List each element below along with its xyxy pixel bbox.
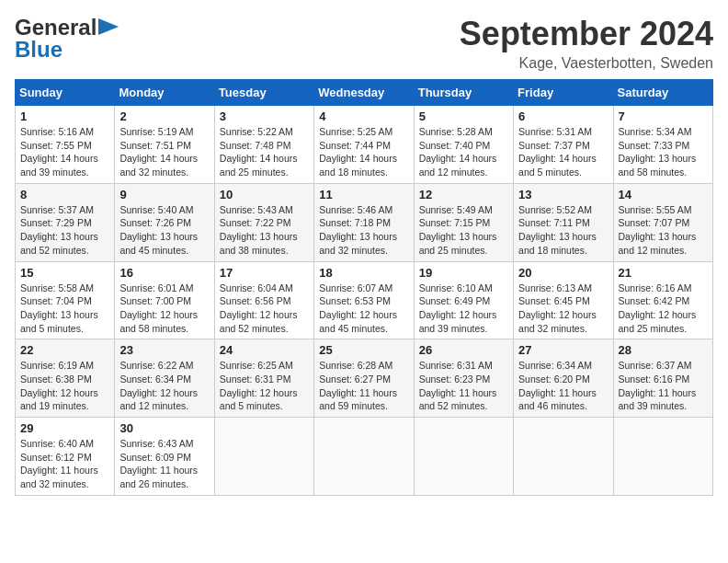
month-title: September 2024 — [460, 15, 713, 53]
day-number: 9 — [119, 188, 209, 201]
calendar-cell: 29Sunrise: 6:40 AMSunset: 6:12 PMDayligh… — [16, 418, 115, 496]
day-detail: Sunrise: 5:34 AMSunset: 7:33 PMDaylight:… — [619, 126, 697, 178]
day-detail: Sunrise: 6:34 AMSunset: 6:20 PMDaylight:… — [518, 360, 597, 411]
calendar-cell — [613, 418, 712, 496]
calendar-cell: 30Sunrise: 6:43 AMSunset: 6:09 PMDayligh… — [115, 418, 214, 496]
calendar-cell: 23Sunrise: 6:22 AMSunset: 6:34 PMDayligh… — [115, 339, 214, 418]
day-detail: Sunrise: 5:40 AMSunset: 7:26 PMDaylight:… — [119, 204, 198, 256]
calendar-cell: 3Sunrise: 5:22 AMSunset: 7:48 PMDaylight… — [214, 106, 313, 184]
day-number: 28 — [619, 343, 708, 357]
day-detail: Sunrise: 6:31 AMSunset: 6:23 PMDaylight:… — [419, 360, 497, 411]
calendar-cell: 25Sunrise: 6:28 AMSunset: 6:27 PMDayligh… — [314, 339, 414, 418]
calendar-cell: 13Sunrise: 5:52 AMSunset: 7:11 PMDayligh… — [514, 183, 613, 261]
calendar-week-4: 22Sunrise: 6:19 AMSunset: 6:38 PMDayligh… — [16, 339, 713, 418]
calendar-header-friday: Friday — [514, 80, 613, 106]
calendar-header-sunday: Sunday — [16, 80, 115, 106]
day-number: 26 — [419, 343, 508, 357]
day-detail: Sunrise: 6:40 AMSunset: 6:12 PMDaylight:… — [20, 438, 98, 489]
calendar-week-2: 8Sunrise: 5:37 AMSunset: 7:29 PMDaylight… — [16, 183, 713, 261]
day-detail: Sunrise: 5:52 AMSunset: 7:11 PMDaylight:… — [518, 204, 597, 256]
calendar-cell: 7Sunrise: 5:34 AMSunset: 7:33 PMDaylight… — [613, 106, 712, 184]
day-number: 20 — [518, 266, 608, 280]
calendar-cell: 18Sunrise: 6:07 AMSunset: 6:53 PMDayligh… — [314, 261, 414, 339]
day-number: 3 — [220, 109, 309, 123]
calendar-week-5: 29Sunrise: 6:40 AMSunset: 6:12 PMDayligh… — [16, 418, 713, 496]
day-number: 27 — [518, 343, 608, 357]
day-detail: Sunrise: 6:19 AMSunset: 6:38 PMDaylight:… — [20, 360, 98, 411]
calendar-cell: 8Sunrise: 5:37 AMSunset: 7:29 PMDaylight… — [16, 183, 115, 261]
day-detail: Sunrise: 5:25 AMSunset: 7:44 PMDaylight:… — [319, 126, 397, 178]
calendar-cell: 22Sunrise: 6:19 AMSunset: 6:38 PMDayligh… — [16, 339, 115, 418]
day-detail: Sunrise: 5:58 AMSunset: 7:04 PMDaylight:… — [20, 282, 98, 334]
day-detail: Sunrise: 6:43 AMSunset: 6:09 PMDaylight:… — [119, 438, 198, 489]
day-detail: Sunrise: 6:01 AMSunset: 7:00 PMDaylight:… — [119, 282, 198, 334]
day-number: 17 — [220, 266, 309, 280]
calendar-cell: 20Sunrise: 6:13 AMSunset: 6:45 PMDayligh… — [514, 261, 613, 339]
location: Kage, Vaesterbotten, Sweden — [460, 55, 713, 72]
calendar-header-tuesday: Tuesday — [214, 80, 313, 106]
day-detail: Sunrise: 5:28 AMSunset: 7:40 PMDaylight:… — [419, 126, 497, 178]
day-number: 18 — [319, 266, 408, 280]
day-detail: Sunrise: 5:49 AMSunset: 7:15 PMDaylight:… — [419, 204, 497, 256]
calendar-header-thursday: Thursday — [414, 80, 513, 106]
calendar-cell: 19Sunrise: 6:10 AMSunset: 6:49 PMDayligh… — [414, 261, 513, 339]
calendar-cell: 15Sunrise: 5:58 AMSunset: 7:04 PMDayligh… — [16, 261, 115, 339]
svg-marker-0 — [98, 18, 119, 35]
day-detail: Sunrise: 6:25 AMSunset: 6:31 PMDaylight:… — [220, 360, 298, 411]
day-detail: Sunrise: 6:04 AMSunset: 6:56 PMDaylight:… — [220, 282, 298, 334]
calendar-cell: 10Sunrise: 5:43 AMSunset: 7:22 PMDayligh… — [214, 183, 313, 261]
title-section: September 2024 Kage, Vaesterbotten, Swed… — [460, 15, 713, 72]
day-number: 12 — [419, 188, 508, 201]
day-detail: Sunrise: 5:31 AMSunset: 7:37 PMDaylight:… — [518, 126, 597, 178]
day-number: 24 — [220, 343, 309, 357]
day-number: 6 — [518, 109, 608, 123]
calendar-cell: 17Sunrise: 6:04 AMSunset: 6:56 PMDayligh… — [214, 261, 313, 339]
calendar-header-row: SundayMondayTuesdayWednesdayThursdayFrid… — [16, 80, 713, 106]
calendar-cell: 2Sunrise: 5:19 AMSunset: 7:51 PMDaylight… — [115, 106, 214, 184]
day-number: 29 — [20, 421, 109, 435]
calendar-header-monday: Monday — [115, 80, 214, 106]
day-number: 8 — [20, 188, 109, 201]
calendar-cell: 28Sunrise: 6:37 AMSunset: 6:16 PMDayligh… — [613, 339, 712, 418]
day-detail: Sunrise: 5:37 AMSunset: 7:29 PMDaylight:… — [20, 204, 98, 256]
calendar-week-1: 1Sunrise: 5:16 AMSunset: 7:55 PMDaylight… — [16, 106, 713, 184]
day-number: 14 — [619, 188, 708, 201]
day-detail: Sunrise: 6:07 AMSunset: 6:53 PMDaylight:… — [319, 282, 397, 334]
day-number: 25 — [319, 343, 408, 357]
day-detail: Sunrise: 5:46 AMSunset: 7:18 PMDaylight:… — [319, 204, 397, 256]
day-number: 5 — [419, 109, 508, 123]
day-number: 30 — [119, 421, 209, 435]
day-detail: Sunrise: 5:22 AMSunset: 7:48 PMDaylight:… — [220, 126, 298, 178]
day-detail: Sunrise: 6:13 AMSunset: 6:45 PMDaylight:… — [518, 282, 597, 334]
calendar-cell: 24Sunrise: 6:25 AMSunset: 6:31 PMDayligh… — [214, 339, 313, 418]
day-detail: Sunrise: 5:43 AMSunset: 7:22 PMDaylight:… — [220, 204, 298, 256]
calendar-cell: 9Sunrise: 5:40 AMSunset: 7:26 PMDaylight… — [115, 183, 214, 261]
logo-blue: Blue — [15, 37, 63, 63]
calendar-cell: 11Sunrise: 5:46 AMSunset: 7:18 PMDayligh… — [314, 183, 414, 261]
day-number: 10 — [220, 188, 309, 201]
logo: General Blue — [15, 15, 119, 63]
calendar-cell — [314, 418, 414, 496]
calendar-cell: 4Sunrise: 5:25 AMSunset: 7:44 PMDaylight… — [314, 106, 414, 184]
calendar-cell: 14Sunrise: 5:55 AMSunset: 7:07 PMDayligh… — [613, 183, 712, 261]
calendar-week-3: 15Sunrise: 5:58 AMSunset: 7:04 PMDayligh… — [16, 261, 713, 339]
day-number: 4 — [319, 109, 408, 123]
calendar-cell — [514, 418, 613, 496]
day-number: 2 — [119, 109, 209, 123]
calendar-cell — [214, 418, 313, 496]
day-number: 19 — [419, 266, 508, 280]
day-number: 7 — [619, 109, 708, 123]
day-number: 1 — [20, 109, 109, 123]
calendar-cell: 5Sunrise: 5:28 AMSunset: 7:40 PMDaylight… — [414, 106, 513, 184]
day-detail: Sunrise: 5:16 AMSunset: 7:55 PMDaylight:… — [20, 126, 98, 178]
day-number: 15 — [20, 266, 109, 280]
day-detail: Sunrise: 6:28 AMSunset: 6:27 PMDaylight:… — [319, 360, 397, 411]
calendar-cell: 27Sunrise: 6:34 AMSunset: 6:20 PMDayligh… — [514, 339, 613, 418]
day-detail: Sunrise: 6:37 AMSunset: 6:16 PMDaylight:… — [619, 360, 697, 411]
day-number: 13 — [518, 188, 608, 201]
day-detail: Sunrise: 5:19 AMSunset: 7:51 PMDaylight:… — [119, 126, 198, 178]
day-number: 23 — [119, 343, 209, 357]
page-header: General Blue September 2024 Kage, Vaeste… — [15, 15, 713, 72]
calendar-cell: 1Sunrise: 5:16 AMSunset: 7:55 PMDaylight… — [16, 106, 115, 184]
day-number: 21 — [619, 266, 708, 280]
